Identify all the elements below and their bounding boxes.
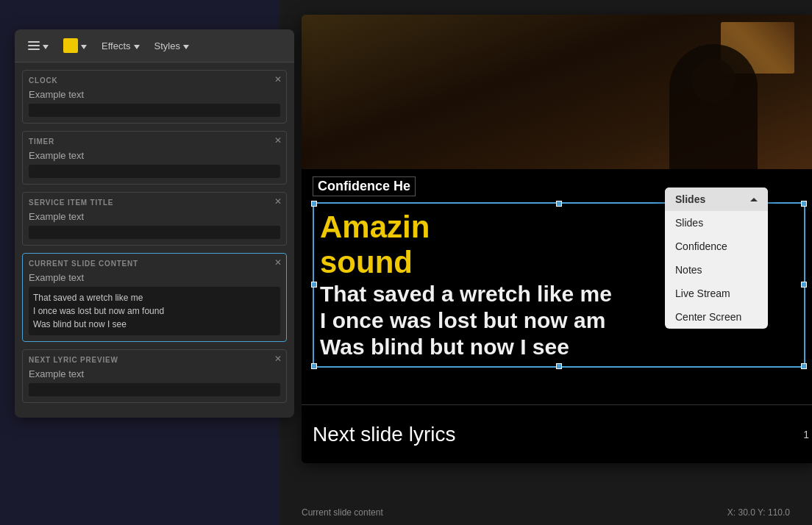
panel-content: Clock ✕ Example text Timer ✕ Example tex… (15, 63, 294, 418)
timer-example-text: Example text (29, 150, 280, 161)
service-item-close-button[interactable]: ✕ (274, 197, 282, 206)
chevron-down-icon-2 (81, 40, 87, 51)
timer-close-button[interactable]: ✕ (274, 136, 282, 145)
confidence-header: Confidence He (313, 176, 416, 196)
handle-bm[interactable] (556, 363, 562, 369)
dropdown-header[interactable]: Slides (665, 188, 768, 211)
chevron-up-icon (750, 198, 758, 201)
next-slide-bar: Next slide lyrics 1 (302, 404, 812, 463)
next-lyric-close-button[interactable]: ✕ (274, 354, 282, 363)
chevron-down-icon-4 (183, 40, 189, 51)
status-right: X: 30.0 Y: 110.0 (727, 507, 790, 518)
styles-label: Styles (154, 40, 180, 51)
timer-preview-bar (29, 165, 280, 178)
handle-br[interactable] (801, 363, 807, 369)
dropdown-item-slides[interactable]: Slides (665, 211, 768, 235)
chevron-down-icon (43, 40, 49, 51)
dropdown-header-label: Slides (675, 193, 705, 205)
color-swatch (63, 38, 78, 53)
clock-example-text: Example text (29, 89, 280, 100)
current-slide-close-button[interactable]: ✕ (274, 258, 282, 267)
status-left: Current slide content (302, 507, 383, 518)
dropdown-item-confidence[interactable]: Confidence (665, 235, 768, 258)
styles-button[interactable]: Styles (150, 38, 193, 54)
content-line-3: Was blind but now I see (33, 318, 276, 331)
timer-label: Timer (29, 138, 280, 146)
svg-rect-1 (28, 45, 40, 46)
clock-close-button[interactable]: ✕ (274, 75, 282, 84)
current-slide-section: Current Slide Content ✕ Example text Tha… (22, 253, 287, 342)
dropdown-item-notes[interactable]: Notes (665, 258, 768, 282)
handle-tm[interactable] (556, 201, 562, 207)
color-swatch-button[interactable] (59, 35, 91, 56)
toolbar: Effects Styles (15, 29, 294, 63)
status-bar: Current slide content X: 30.0 Y: 110.0 (302, 507, 790, 518)
dropdown-item-livestream[interactable]: Live Stream (665, 282, 768, 305)
left-panel: Effects Styles Clock ✕ Example text Time… (15, 29, 294, 418)
slide-number: 1 (803, 429, 809, 440)
lyric-line-5: Was blind but now I see (320, 334, 798, 360)
handle-ml[interactable] (311, 282, 317, 288)
service-item-title-label: Service Item Title (29, 199, 280, 207)
clock-preview-bar (29, 104, 280, 117)
timer-section: Timer ✕ Example text (22, 131, 287, 185)
svg-rect-0 (28, 41, 40, 43)
next-lyric-preview-bar (29, 383, 280, 396)
content-line-1: That saved a wretch like me (33, 291, 276, 304)
current-slide-example-text: Example text (29, 272, 280, 283)
effects-button[interactable]: Effects (97, 38, 144, 54)
slide-background (302, 15, 812, 176)
effects-label: Effects (102, 40, 131, 51)
current-slide-label: Current Slide Content (29, 260, 280, 268)
clock-label: Clock (29, 76, 280, 85)
next-lyric-label: Next Lyric Preview (29, 356, 280, 364)
current-slide-content-area[interactable]: That saved a wretch like me I once was l… (29, 287, 280, 335)
next-lyric-section: Next Lyric Preview ✕ Example text (22, 349, 287, 403)
handle-tr[interactable] (801, 201, 807, 207)
chevron-down-icon-3 (134, 40, 140, 51)
dropdown-item-centerscreen[interactable]: Center Screen (665, 305, 768, 329)
list-view-button[interactable] (24, 38, 53, 54)
handle-mr[interactable] (801, 282, 807, 288)
content-line-2: I once was lost but now am found (33, 304, 276, 318)
handle-tl[interactable] (311, 201, 317, 207)
next-slide-text: Next slide lyrics (313, 423, 455, 446)
service-item-preview-bar (29, 226, 280, 239)
svg-rect-2 (28, 49, 40, 50)
slides-dropdown: Slides Slides Confidence Notes Live Stre… (665, 188, 768, 329)
next-lyric-example-text: Example text (29, 368, 280, 379)
service-item-example-text: Example text (29, 211, 280, 222)
handle-bl[interactable] (311, 363, 317, 369)
clock-section: Clock ✕ Example text (22, 70, 287, 124)
service-item-title-section: Service Item Title ✕ Example text (22, 192, 287, 246)
